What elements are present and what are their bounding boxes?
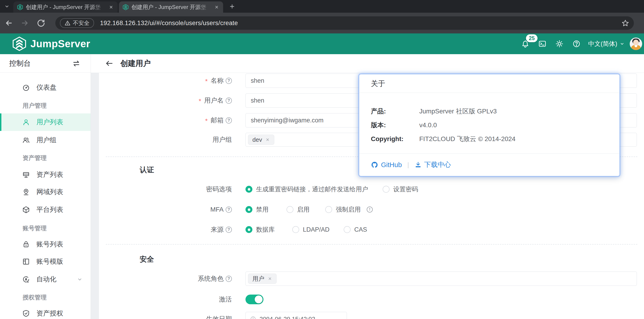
cube-icon: [22, 206, 30, 214]
group-tag: dev: [248, 134, 274, 145]
security-chip-label: 不安全: [73, 19, 90, 27]
browser-toolbar: 不安全 192.168.126.132/ui/#/console/users/u…: [0, 13, 644, 34]
section-divider: [106, 244, 637, 244]
radio-option-mfa-enabled[interactable]: 启用: [286, 205, 310, 214]
new-tab-button[interactable]: [229, 3, 236, 10]
web-terminal-button[interactable]: [534, 34, 551, 54]
language-selector[interactable]: 中文(简体): [588, 40, 625, 48]
sidebar-item-label: 账号列表: [36, 240, 63, 249]
radio-option-mfa-forced[interactable]: 强制启用: [325, 205, 373, 214]
radio-selected-icon[interactable]: [246, 226, 252, 233]
radio-icon[interactable]: [292, 226, 299, 233]
about-row-copyright: Copyright: FIT2CLOUD 飞致云 © 2014-2024: [371, 132, 608, 146]
sidebar-item-label: 仪表盘: [36, 83, 56, 92]
active-label: 激活: [99, 294, 232, 304]
sidebar-item-label: 资产列表: [36, 170, 63, 179]
sidebar-item-automation[interactable]: 自动化: [0, 270, 90, 288]
browser-tab[interactable]: 创建用户 - JumpServer 开源堡: [13, 2, 118, 13]
language-label: 中文(简体): [588, 40, 617, 48]
system-roles-label: 系统角色: [99, 272, 232, 286]
about-dialog-header: 关于: [359, 74, 619, 93]
template-icon: [22, 258, 30, 266]
role-tag: 用户: [248, 274, 276, 284]
page-titlebar: 创建用户: [91, 54, 644, 72]
help-button[interactable]: [568, 34, 585, 54]
back-button[interactable]: [2, 16, 15, 30]
radio-selected-icon[interactable]: [246, 206, 252, 213]
radio-option-ldap[interactable]: LDAP/AD: [292, 225, 330, 234]
tab-list-chevron-icon[interactable]: [4, 3, 10, 10]
radio-icon[interactable]: [344, 226, 350, 233]
tab-close-icon[interactable]: [214, 4, 220, 10]
source-label: 来源: [99, 225, 232, 234]
download-icon: [415, 161, 422, 168]
radio-option-reset-link[interactable]: 生成重置密码链接，通过邮件发送给用户: [246, 184, 368, 194]
chevron-down-icon[interactable]: [77, 276, 83, 282]
radio-option-set-password[interactable]: 设置密码: [382, 184, 418, 194]
view-switch-icon[interactable]: [72, 59, 80, 68]
sidebar-item-platform-list[interactable]: 平台列表: [0, 201, 90, 218]
sidebar-section-account-management: 账号管理: [22, 224, 46, 232]
sidebar-item-label: 资产授权: [36, 309, 63, 318]
notification-bell-button[interactable]: 25: [517, 34, 534, 54]
browser-tabstrip: 创建用户 - JumpServer 开源堡 创建用户 - JumpServer …: [0, 0, 644, 13]
radio-option-database[interactable]: 数据库: [246, 225, 275, 234]
radio-option-mfa-disabled[interactable]: 禁用: [246, 205, 268, 214]
sidebar: 控制台 仪表盘 用户管理 用户列表 用户组 资产管理 资产列表 网域列表: [0, 54, 91, 319]
jumpserver-logo-icon: [12, 36, 27, 51]
url-text[interactable]: 192.168.126.132/ui/#/console/users/users…: [100, 20, 622, 27]
sidebar-item-account-list[interactable]: 账号列表: [0, 236, 90, 253]
tab-close-icon[interactable]: [108, 4, 114, 10]
page-back-button[interactable]: [105, 59, 114, 68]
about-row-version: 版本: v4.0.0: [371, 118, 608, 132]
help-icon[interactable]: [226, 117, 232, 124]
security-chip[interactable]: 不安全: [60, 18, 94, 28]
github-link[interactable]: GitHub: [371, 161, 402, 169]
help-icon[interactable]: [226, 276, 232, 282]
help-icon[interactable]: [226, 98, 232, 104]
radio-icon[interactable]: [382, 186, 390, 193]
sidebar-item-asset-list[interactable]: 资产列表: [0, 166, 90, 184]
help-icon[interactable]: [226, 206, 232, 213]
bookmark-star-icon[interactable]: [622, 19, 629, 27]
tag-remove-icon[interactable]: [265, 137, 270, 142]
sidebar-item-user-groups[interactable]: 用户组: [0, 132, 90, 149]
system-roles-select[interactable]: 用户: [246, 272, 637, 286]
dashboard-gauge-icon: [22, 84, 30, 92]
username-label: 用户名: [99, 93, 232, 108]
address-bar[interactable]: 不安全 192.168.126.132/ui/#/console/users/u…: [55, 16, 634, 30]
sidebar-item-account-templates[interactable]: 账号模版: [0, 253, 90, 270]
radio-selected-icon[interactable]: [246, 186, 252, 193]
tab-title: 创建用户 - JumpServer 开源堡: [132, 4, 211, 11]
user-avatar[interactable]: [630, 38, 642, 50]
active-toggle[interactable]: [246, 294, 264, 304]
radio-option-cas[interactable]: CAS: [344, 225, 367, 234]
automation-icon: [22, 276, 30, 283]
download-center-link[interactable]: 下载中心: [415, 160, 451, 170]
sidebar-item-domain-list[interactable]: 网域列表: [0, 183, 90, 201]
settings-gear-button[interactable]: [551, 34, 568, 54]
form-row-system-roles: 系统角色 用户: [99, 272, 644, 286]
sidebar-item-dashboard[interactable]: 仪表盘: [0, 79, 90, 96]
sidebar-item-label: 平台列表: [36, 205, 63, 214]
clock-icon: [250, 316, 256, 319]
brand[interactable]: JumpServer: [12, 36, 90, 51]
sidebar-item-user-list[interactable]: 用户列表: [0, 114, 90, 131]
user-icon: [22, 118, 30, 126]
radio-icon[interactable]: [286, 206, 294, 213]
sidebar-section-perm-management: 授权管理: [22, 294, 46, 302]
users-icon: [22, 136, 30, 144]
sidebar-item-asset-permissions[interactable]: 资产授权: [0, 305, 90, 319]
tag-remove-icon[interactable]: [268, 276, 272, 281]
sidebar-item-label: 网域列表: [36, 188, 63, 196]
reload-button[interactable]: [34, 16, 48, 30]
help-icon[interactable]: [226, 78, 232, 84]
browser-tab-active[interactable]: 创建用户 - JumpServer 开源堡: [119, 2, 223, 13]
date-start-input[interactable]: 2094-06-29 15:42:02: [246, 312, 347, 319]
forward-button[interactable]: [18, 16, 31, 30]
lock-icon: [22, 240, 30, 248]
about-dialog-footer: GitHub | 下载中心: [359, 154, 619, 176]
help-icon[interactable]: [226, 226, 232, 233]
radio-icon[interactable]: [325, 206, 332, 213]
info-icon[interactable]: [367, 206, 373, 212]
